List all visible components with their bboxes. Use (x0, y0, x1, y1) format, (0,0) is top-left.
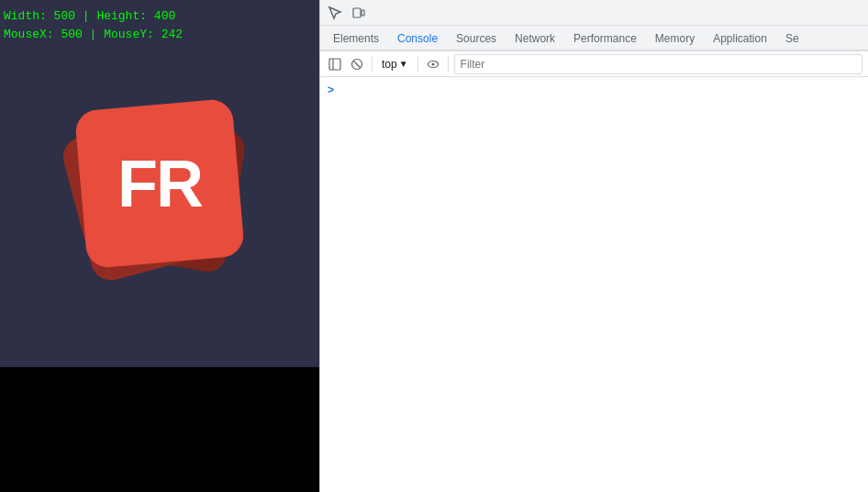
svg-rect-0 (353, 8, 361, 17)
svg-rect-2 (329, 59, 340, 70)
devtools-panel: Elements Console Sources Network Perform… (319, 0, 868, 492)
console-prompt-line: > (320, 81, 868, 99)
filter-input[interactable] (454, 54, 862, 74)
tab-performance[interactable]: Performance (564, 28, 646, 51)
inspect-element-button[interactable] (324, 2, 346, 24)
console-content[interactable]: > (320, 77, 868, 492)
device-toggle-button[interactable] (348, 2, 370, 24)
eye-icon-button[interactable] (424, 55, 442, 73)
toolbar-divider-1 (372, 57, 373, 72)
tab-application[interactable]: Application (704, 28, 776, 51)
logo-fr-text: FR (117, 146, 202, 221)
tab-security[interactable]: Se (776, 28, 808, 51)
chevron-down-icon: ▼ (399, 59, 408, 69)
console-chevron-icon: > (328, 84, 334, 96)
svg-point-7 (431, 62, 434, 65)
clear-console-button[interactable] (348, 55, 366, 73)
tab-network[interactable]: Network (506, 28, 564, 51)
svg-rect-1 (362, 10, 364, 16)
tab-memory[interactable]: Memory (646, 28, 704, 51)
sidebar-toggle-button[interactable] (326, 55, 344, 73)
tab-sources[interactable]: Sources (447, 28, 506, 51)
tab-console[interactable]: Console (388, 28, 447, 51)
context-dropdown[interactable]: top ▼ (378, 54, 412, 74)
logo-container: FR (59, 83, 261, 285)
devtools-tabs: Elements Console Sources Network Perform… (320, 26, 868, 51)
console-toolbar: top ▼ (320, 51, 868, 77)
black-bottom-area (0, 367, 319, 492)
toolbar-divider-2 (417, 57, 418, 72)
context-label: top (382, 58, 397, 71)
left-panel: Width: 500 | Height: 400 MouseX: 500 | M… (0, 0, 319, 492)
toolbar-divider-3 (448, 57, 449, 72)
tab-elements[interactable]: Elements (324, 28, 388, 51)
devtools-topbar (320, 0, 868, 26)
svg-line-5 (354, 61, 361, 67)
canvas-area: Width: 500 | Height: 400 MouseX: 500 | M… (0, 0, 319, 367)
canvas-info-text: Width: 500 | Height: 400 MouseX: 500 | M… (4, 7, 183, 43)
logo-card-main: FR (74, 98, 245, 269)
